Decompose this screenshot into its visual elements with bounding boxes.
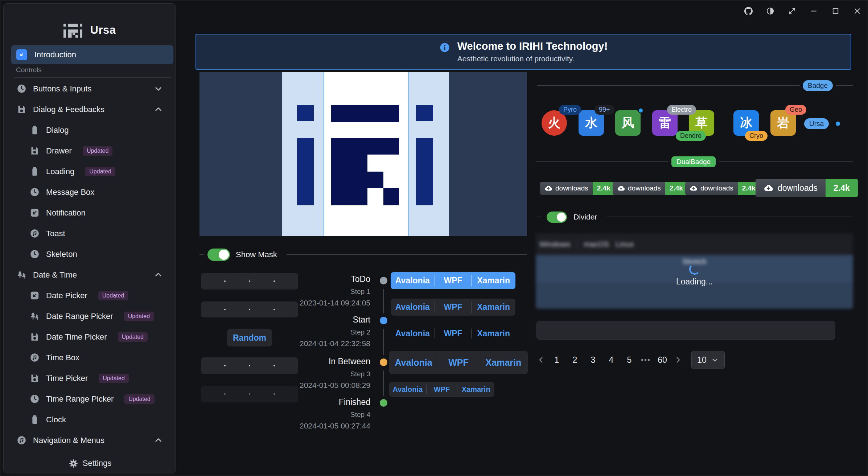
sidebar-item-loading[interactable]: Loading Updated	[4, 161, 176, 182]
sidebar-item-drawer[interactable]: Drawer Updated	[4, 140, 176, 161]
tab-linux[interactable]: Linux	[616, 240, 634, 249]
empty-input-bar[interactable]	[536, 321, 835, 340]
xamarin-button[interactable]: Xamarin	[479, 357, 528, 368]
app-window: Ursa Introduction Controls Buttons & Inp…	[0, 0, 868, 476]
tab-windows[interactable]: Windows	[539, 240, 570, 249]
page-button-5[interactable]: 5	[623, 353, 636, 367]
theme-toggle-icon[interactable]	[764, 5, 776, 16]
loading-spinner	[689, 264, 700, 275]
sidebar-section-divider	[14, 77, 171, 78]
settings-button[interactable]: Settings	[4, 454, 176, 473]
tile-glyph: 冰	[740, 115, 752, 131]
close-icon[interactable]	[851, 5, 863, 16]
downloads-badge: downloads 2.4k	[685, 182, 760, 195]
sidebar-item-time-picker[interactable]: Time Picker Updated	[4, 368, 176, 389]
logo-pixel	[366, 172, 383, 188]
sidebar-item-notification[interactable]: Notification	[4, 202, 176, 223]
sidebar: Ursa Introduction Controls Buttons & Inp…	[3, 3, 176, 473]
banner-title: Welcome to IRIHI Technology!	[457, 40, 608, 52]
divider-toggle[interactable]	[547, 212, 567, 223]
sidebar-item-skeleton[interactable]: Skeleton	[4, 244, 176, 264]
avalonia-button[interactable]: Avalonia	[389, 357, 438, 368]
updated-badge: Updated	[83, 146, 113, 156]
page-size-dropdown[interactable]: 10	[691, 351, 725, 369]
sidebar-item-date-range-picker[interactable]: Date Range Picker Updated	[4, 306, 176, 327]
sidebar-item-message-box[interactable]: Message Box	[4, 182, 176, 202]
step-block: ToDo Step 1 2023-01-14 09:24:05	[199, 274, 370, 307]
step-label: Finished	[199, 397, 370, 407]
sidebar-item-time-box[interactable]: Time Box	[4, 347, 176, 368]
irihi-logo-icon	[63, 22, 82, 38]
step-block: Finished Step 4 2024-01-05 00:27:44	[199, 397, 370, 430]
battery-icon	[30, 125, 40, 135]
step-time: 2023-01-14 09:24:05	[199, 299, 370, 307]
fullscreen-icon[interactable]	[786, 5, 798, 16]
wpf-button[interactable]: WPF	[435, 329, 472, 338]
avalonia-button[interactable]: Avalonia	[391, 276, 435, 286]
page-size-value: 10	[697, 355, 707, 365]
sidebar-item-dialog[interactable]: Dialog	[4, 120, 176, 140]
page-button-1[interactable]: 1	[550, 353, 563, 367]
badge-geo: Geo	[785, 105, 806, 115]
sidebar-item-date-picker[interactable]: Date Picker Updated	[4, 285, 176, 306]
pagination-ellipsis[interactable]: •••	[641, 356, 651, 364]
chevron-up-icon[interactable]	[153, 270, 163, 280]
avalonia-button[interactable]: Avalonia	[389, 385, 426, 394]
download-cloud-icon	[690, 184, 698, 192]
sidebar-item-buttons-inputs[interactable]: Buttons & Inputs	[4, 78, 176, 99]
sidebar-item-introduction[interactable]: Introduction	[11, 45, 173, 64]
wpf-button[interactable]: WPF	[435, 302, 472, 312]
step-block: Start Step 2 2024-01-04 22:32:58	[199, 315, 370, 348]
badge-pyro: Pyro	[559, 105, 581, 115]
chevron-right-icon[interactable]	[674, 356, 682, 364]
tab-separator	[577, 239, 577, 249]
logo-pixel	[331, 138, 399, 155]
page-button-3[interactable]: 3	[587, 353, 600, 367]
wpf-button[interactable]: WPF	[435, 276, 472, 286]
step-connector	[383, 329, 384, 355]
tab-macos[interactable]: macOS	[584, 240, 609, 249]
divider-label: Divider	[573, 213, 597, 221]
divider-demo-row: Divider	[537, 211, 853, 223]
xamarin-button[interactable]: Xamarin	[472, 302, 515, 312]
step-connector	[383, 370, 384, 396]
badge-99plus: 99+	[595, 105, 614, 115]
xamarin-button[interactable]: Xamarin	[472, 329, 515, 338]
page-button-2[interactable]: 2	[568, 353, 581, 367]
logo-pixel	[297, 105, 314, 121]
chevron-down-icon[interactable]	[153, 84, 163, 94]
avalonia-button[interactable]: Avalonia	[391, 329, 435, 338]
step-dot-start	[380, 317, 387, 324]
github-icon[interactable]	[742, 5, 754, 16]
dualbadge-section-divider: DualBadge	[536, 156, 853, 168]
wpf-button[interactable]: WPF	[438, 357, 479, 368]
sidebar-item-navigation-menus[interactable]: Navigation & Menus	[4, 430, 176, 451]
sidebar-item-date-time[interactable]: Date & Time	[4, 264, 176, 285]
chevron-up-icon[interactable]	[153, 104, 163, 114]
sidebar-item-clock[interactable]: Clock	[4, 409, 176, 430]
page-button-60[interactable]: 60	[656, 353, 669, 367]
chevron-left-icon[interactable]	[537, 356, 545, 364]
show-mask-toggle[interactable]	[207, 249, 230, 261]
sidebar-item-time-range-picker[interactable]: Time Range Picker Updated	[4, 389, 176, 409]
banner-subtitle: Aesthetic revolution of productivity.	[457, 54, 608, 63]
logo-pixel	[416, 105, 433, 121]
minimize-icon[interactable]	[807, 5, 820, 16]
step-label: In Between	[199, 357, 370, 366]
sidebar-item-date-time-picker[interactable]: Date Time Picker Updated	[4, 327, 176, 347]
avalonia-button[interactable]: Avalonia	[391, 302, 435, 312]
step-connector	[383, 289, 384, 313]
maximize-icon[interactable]	[829, 5, 842, 16]
downloads-badge: downloads 2.4k	[613, 182, 687, 195]
sidebar-item-toast[interactable]: Toast	[4, 223, 176, 244]
chevron-up-icon[interactable]	[153, 435, 163, 445]
floppy-icon	[30, 373, 40, 383]
sidebar-item-dialog-feedbacks[interactable]: Dialog & Feedbacks	[4, 99, 176, 120]
wpf-button[interactable]: WPF	[427, 385, 457, 394]
dualbadge-section-label: DualBadge	[671, 156, 716, 167]
page-button-4[interactable]: 4	[605, 353, 618, 367]
xamarin-button[interactable]: Xamarin	[457, 385, 494, 394]
tile-glyph: 风	[622, 115, 634, 131]
xamarin-button[interactable]: Xamarin	[472, 276, 515, 286]
platform-group-compact: Avalonia WPF Xamarin	[389, 382, 494, 397]
